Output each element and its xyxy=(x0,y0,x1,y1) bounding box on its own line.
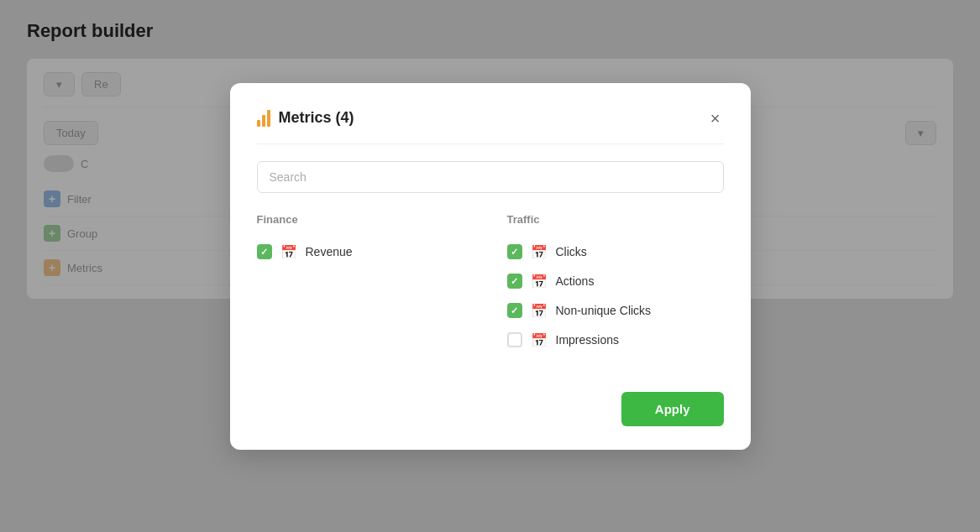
impressions-calendar-icon: 📅 xyxy=(531,332,548,348)
revenue-checkbox[interactable] xyxy=(257,244,272,259)
traffic-column: Traffic 📅 Clicks 📅 Actions 📅 Non-unique … xyxy=(507,213,724,355)
close-button[interactable]: × xyxy=(707,107,724,130)
modal-header: Metrics (4) × xyxy=(257,107,724,144)
chart-bar-icon xyxy=(257,110,270,127)
nonunique-clicks-checkbox[interactable] xyxy=(507,303,522,318)
modal-footer: Apply xyxy=(257,378,724,426)
revenue-label: Revenue xyxy=(306,245,353,258)
metrics-modal: Metrics (4) × Finance 📅 Revenue Traffic xyxy=(230,83,751,450)
clicks-checkbox[interactable] xyxy=(507,244,522,259)
finance-title: Finance xyxy=(257,213,474,226)
traffic-title: Traffic xyxy=(507,213,724,226)
apply-button[interactable]: Apply xyxy=(621,392,724,426)
modal-title-group: Metrics (4) xyxy=(257,109,354,127)
metric-revenue: 📅 Revenue xyxy=(257,237,474,267)
actions-checkbox[interactable] xyxy=(507,274,522,289)
modal-overlay: Metrics (4) × Finance 📅 Revenue Traffic xyxy=(0,0,980,532)
metrics-grid: Finance 📅 Revenue Traffic 📅 Clicks 📅 xyxy=(257,213,724,355)
clicks-label: Clicks xyxy=(556,245,587,258)
metric-actions: 📅 Actions xyxy=(507,267,724,296)
metric-nonunique-clicks: 📅 Non-unique Clicks xyxy=(507,296,724,326)
metric-impressions: 📅 Impressions xyxy=(507,326,724,355)
actions-label: Actions xyxy=(556,274,595,288)
actions-calendar-icon: 📅 xyxy=(531,274,548,289)
nonunique-clicks-label: Non-unique Clicks xyxy=(556,304,652,317)
revenue-calendar-icon: 📅 xyxy=(280,244,297,260)
clicks-calendar-icon: 📅 xyxy=(531,244,548,260)
metric-clicks: 📅 Clicks xyxy=(507,237,724,267)
nonunique-calendar-icon: 📅 xyxy=(531,303,548,319)
impressions-checkbox[interactable] xyxy=(507,332,522,347)
finance-column: Finance 📅 Revenue xyxy=(257,213,474,355)
search-input[interactable] xyxy=(257,161,724,193)
impressions-label: Impressions xyxy=(556,333,619,347)
modal-title: Metrics (4) xyxy=(279,109,354,127)
